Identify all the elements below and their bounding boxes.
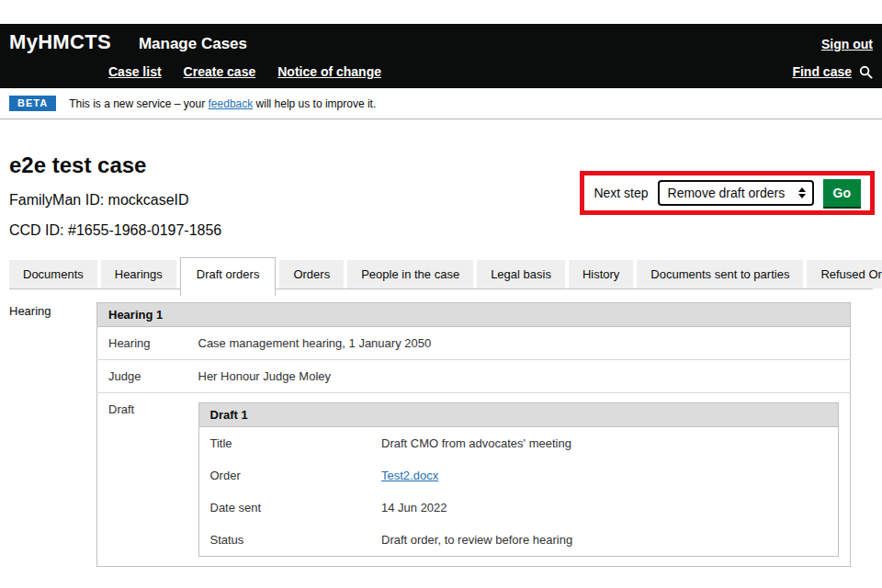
tab-documents-sent-to-parties[interactable]: Documents sent to parties xyxy=(637,260,803,288)
phase-banner: BETA This is a new service – your feedba… xyxy=(0,88,882,119)
table-row: Status Draft order, to review before hea… xyxy=(198,524,839,557)
row-label: Title xyxy=(198,427,370,460)
app-header: MyHMCTS Manage Cases Sign out Case list … xyxy=(0,24,882,88)
hearing-table-header: Hearing 1 xyxy=(97,303,851,327)
draft-nested-cell: Draft 1 Title Draft CMO from advocates' … xyxy=(187,393,851,567)
select-spinner-icon xyxy=(798,187,806,198)
table-row: Judge Her Honour Judge Moley xyxy=(97,360,851,393)
tab-orders[interactable]: Orders xyxy=(279,260,344,288)
row-value: Her Honour Judge Moley xyxy=(187,360,851,393)
tab-refused-orders[interactable]: Refused Orders xyxy=(807,260,882,288)
row-label: Date sent xyxy=(198,492,370,524)
find-case-link[interactable]: Find case xyxy=(792,64,852,79)
brand-logo: MyHMCTS xyxy=(9,30,111,54)
next-step-selected-option: Remove draft orders xyxy=(668,186,786,200)
phase-text-after: will help us to improve it. xyxy=(253,97,376,110)
hearing-table-wrap: Hearing 1 Hearing Case management hearin… xyxy=(96,302,851,567)
nav-case-list[interactable]: Case list xyxy=(108,64,162,79)
row-value: Draft order, to review before hearing xyxy=(370,524,839,557)
beta-badge: BETA xyxy=(9,96,56,111)
header-top-row: MyHMCTS Manage Cases Sign out xyxy=(9,30,873,58)
tab-history[interactable]: History xyxy=(569,260,633,288)
hearing-table: Hearing 1 Hearing Case management hearin… xyxy=(96,302,851,567)
table-row: Date sent 14 Jun 2022 xyxy=(198,492,839,524)
order-document-link[interactable]: Test2.docx xyxy=(381,469,438,482)
row-label: Order xyxy=(198,459,370,492)
row-value: Case management hearing, 1 January 2050 xyxy=(187,327,851,360)
nav-notice-of-change[interactable]: Notice of change xyxy=(277,64,381,79)
table-row: Draft Draft 1 Title Draft CMO from advoc… xyxy=(97,393,851,567)
tab-panel-draft-orders: Hearing Hearing 1 Hearing Case managemen… xyxy=(0,289,882,567)
nav-create-case[interactable]: Create case xyxy=(184,64,256,79)
sign-out-link[interactable]: Sign out xyxy=(821,37,873,51)
next-step-highlight-box: Next step Remove draft orders Go xyxy=(580,171,875,215)
search-icon[interactable] xyxy=(859,65,873,79)
row-label: Judge xyxy=(97,360,187,393)
header-nav-row: Case list Create case Notice of change F… xyxy=(9,58,873,88)
feedback-link[interactable]: feedback xyxy=(209,97,254,110)
tab-hearings[interactable]: Hearings xyxy=(101,260,176,288)
page-top-margin xyxy=(0,0,882,24)
next-step-select[interactable]: Remove draft orders xyxy=(658,180,814,206)
phase-text-before: This is a new service – your xyxy=(69,97,208,110)
draft-table-header: Draft 1 xyxy=(198,403,839,427)
table-header-row: Draft 1 xyxy=(198,403,839,427)
ccd-id: CCD ID: #1655-1968-0197-1856 xyxy=(9,222,873,239)
phase-banner-text: This is a new service – your feedback wi… xyxy=(69,97,376,110)
row-value: Test2.docx xyxy=(370,459,839,492)
table-row: Order Test2.docx xyxy=(198,459,839,492)
case-header-section: e2e test case FamilyMan ID: mockcaseID C… xyxy=(0,153,882,239)
tab-people-in-the-case[interactable]: People in the case xyxy=(347,260,473,288)
hearing-section-label: Hearing xyxy=(9,302,96,567)
tab-draft-orders[interactable]: Draft orders xyxy=(180,257,277,296)
row-label: Status xyxy=(198,524,370,557)
go-button[interactable]: Go xyxy=(823,179,861,207)
next-step-label: Next step xyxy=(594,186,648,200)
draft-table: Draft 1 Title Draft CMO from advocates' … xyxy=(198,402,840,557)
app-title: Manage Cases xyxy=(139,35,247,53)
tab-documents[interactable]: Documents xyxy=(9,260,97,288)
case-tabs: Documents Hearings Draft orders Orders P… xyxy=(9,257,873,289)
find-case-group: Find case xyxy=(792,64,873,79)
row-label: Draft xyxy=(97,393,187,567)
table-row: Title Draft CMO from advocates' meeting xyxy=(198,427,839,460)
table-row: Hearing Case management hearing, 1 Janua… xyxy=(97,327,851,360)
tab-legal-basis[interactable]: Legal basis xyxy=(477,260,565,288)
row-label: Hearing xyxy=(97,327,187,360)
row-value: Draft CMO from advocates' meeting xyxy=(370,427,839,460)
row-value: 14 Jun 2022 xyxy=(370,492,839,524)
table-header-row: Hearing 1 xyxy=(97,303,851,327)
